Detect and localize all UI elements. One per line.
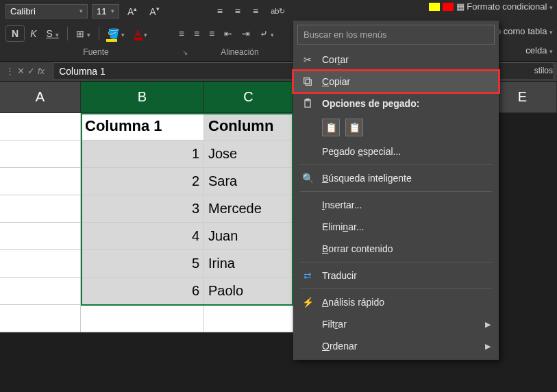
separator: [300, 164, 492, 165]
ctx-label: Ordenar: [322, 341, 357, 352]
align-left-icon[interactable]: ≡: [175, 25, 188, 42]
fill-swatch-icon: [443, 3, 454, 11]
align-middle-icon[interactable]: ≡: [231, 3, 245, 19]
alignment-group-label: Alineación: [192, 47, 288, 57]
styles-group-label: stilos: [534, 66, 553, 75]
ctx-quick-analysis[interactable]: ⚡ Análisis rápido: [293, 291, 499, 313]
cell[interactable]: Columna 1: [81, 113, 204, 140]
ctx-translate[interactable]: ⇄ Traducir: [293, 265, 499, 286]
col-header-E[interactable]: E: [488, 82, 557, 113]
bold-button[interactable]: N: [5, 25, 25, 42]
ctx-smart-lookup[interactable]: 🔍 Búsqueda inteligente: [293, 167, 499, 189]
paste-option-1[interactable]: 📋: [322, 119, 340, 136]
copy-icon: [301, 75, 314, 88]
separator: [300, 289, 492, 289]
ctx-label: Opciones de pegado:: [322, 98, 491, 109]
separator: [300, 262, 492, 262]
cell[interactable]: Conlumn: [204, 113, 293, 140]
fill-color-button[interactable]: 🪣 ▾: [103, 25, 129, 42]
ctx-filter[interactable]: Filtrar ▶: [293, 313, 499, 335]
highlight-swatch-icon: [429, 3, 440, 11]
chevron-right-icon: ▶: [485, 342, 491, 351]
chevron-right-icon: ▶: [485, 320, 491, 329]
ctx-sort[interactable]: Ordenar ▶: [293, 335, 499, 357]
ctx-insert[interactable]: Insertar...: [293, 194, 499, 216]
font-name-combo[interactable]: Calibri▾: [5, 4, 88, 19]
align-center-icon[interactable]: ≡: [190, 25, 203, 42]
menu-search-input[interactable]: Buscar en los menús: [297, 25, 495, 45]
ctx-label: Traducir: [322, 270, 491, 281]
cancel-icon[interactable]: ✕: [17, 66, 25, 76]
ctx-label: Pegado especial...: [322, 146, 401, 157]
borders-button[interactable]: ⊞ ▾: [72, 25, 95, 42]
orientation-icon[interactable]: ab↻: [267, 4, 289, 19]
italic-button[interactable]: K: [26, 25, 40, 42]
ctx-clear[interactable]: Borrar contenido: [293, 238, 499, 260]
analysis-icon: ⚡: [301, 296, 314, 308]
ctx-label: Copiar: [322, 76, 350, 87]
ctx-label: Cortar: [322, 54, 349, 65]
fx-icon[interactable]: fx: [38, 66, 45, 76]
paste-option-2[interactable]: 📋: [345, 119, 363, 136]
ctx-copy[interactable]: Copiar: [293, 71, 499, 93]
scissors-icon: ✂: [301, 53, 314, 66]
decrease-font-icon[interactable]: A▾: [145, 3, 163, 20]
ctx-paste-special[interactable]: Pegado especial...: [293, 140, 499, 162]
ctx-label: Análisis rápido: [322, 297, 384, 308]
search-icon: 🔍: [301, 172, 314, 184]
svg-rect-1: [304, 78, 310, 84]
translate-icon: ⇄: [301, 269, 314, 282]
cond-format-button[interactable]: ▦ Formato condicional ▾: [456, 1, 553, 12]
ctx-label: Eliminar...: [322, 221, 364, 232]
font-color-button[interactable]: A ▾: [130, 25, 151, 42]
clipboard-icon: [301, 97, 314, 110]
font-group-label: Fuente↘: [0, 47, 192, 57]
increase-font-icon[interactable]: A▴: [123, 3, 141, 20]
wrap-text-icon[interactable]: ⤶ ▾: [256, 25, 278, 42]
enter-icon[interactable]: ✓: [27, 66, 35, 76]
format-table-button[interactable]: to como tabla ▾: [493, 26, 553, 36]
separator: [300, 191, 492, 192]
ctx-delete[interactable]: Eliminar...: [293, 216, 499, 238]
ctx-paste-options-header: Opciones de pegado:: [293, 93, 499, 114]
ctx-label: Borrar contenido: [322, 243, 393, 254]
cell-styles-button[interactable]: celda ▾: [525, 45, 553, 56]
svg-rect-0: [306, 79, 311, 85]
align-top-icon[interactable]: ≡: [213, 3, 227, 19]
ctx-label: Búsqueda inteligente: [322, 173, 412, 184]
col-header-C[interactable]: C: [204, 82, 293, 113]
increase-indent-icon[interactable]: ⇥: [238, 25, 254, 42]
name-box-handle-icon[interactable]: ⋮: [5, 66, 14, 76]
context-menu: Buscar en los menús ✂ Cortar Copiar Opci…: [293, 21, 499, 360]
ctx-label: Insertar...: [322, 199, 362, 210]
align-right-icon[interactable]: ≡: [205, 25, 219, 42]
font-size-combo[interactable]: 11▾: [92, 4, 119, 19]
font-group-launcher-icon[interactable]: ↘: [182, 49, 188, 56]
ctx-label: Filtrar: [322, 319, 347, 330]
decrease-indent-icon[interactable]: ⇤: [220, 25, 236, 42]
col-header-A[interactable]: A: [0, 82, 81, 113]
underline-button[interactable]: S ▾: [42, 25, 62, 42]
col-header-B[interactable]: B: [81, 82, 204, 113]
ctx-cut[interactable]: ✂ Cortar: [293, 49, 499, 71]
align-bottom-icon[interactable]: ≡: [249, 3, 262, 19]
